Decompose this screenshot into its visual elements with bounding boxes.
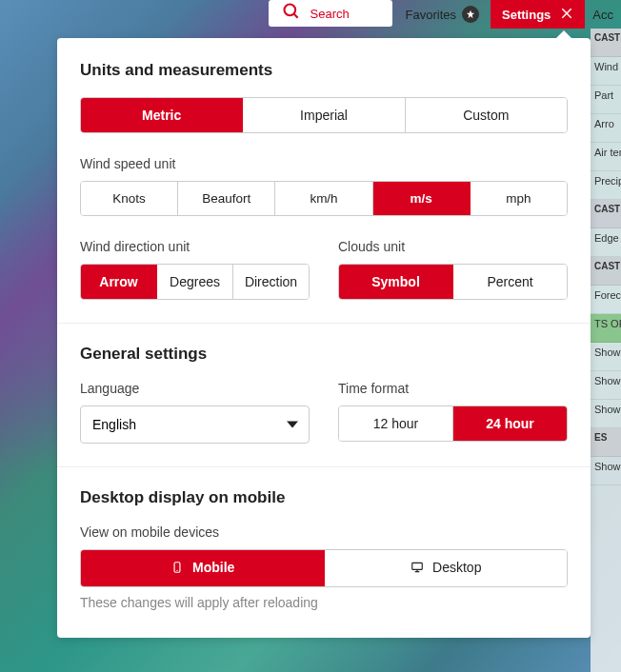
time-24hour[interactable]: 24 hour <box>453 406 567 441</box>
general-section-title: General settings <box>80 345 568 364</box>
wind-dir-direction[interactable]: Direction <box>233 265 309 299</box>
language-label: Language <box>80 381 310 396</box>
time-format-group: 12 hour 24 hour <box>338 405 568 442</box>
time-12hour[interactable]: 12 hour <box>339 406 453 441</box>
language-select[interactable]: English <box>80 405 310 444</box>
view-desktop[interactable]: Desktop <box>325 550 568 586</box>
time-format-label: Time format <box>338 381 568 396</box>
side-item: CAST <box>591 257 621 286</box>
side-item: Part <box>591 86 621 114</box>
settings-scroll[interactable]: Units and measurements Metric Imperial C… <box>57 38 591 638</box>
star-badge-icon <box>462 6 479 23</box>
side-item: CAST <box>591 29 621 57</box>
side-item: Precip <box>591 171 621 200</box>
svg-point-0 <box>284 5 295 16</box>
svg-rect-7 <box>412 563 423 569</box>
side-item: TS OF <box>591 314 621 343</box>
wind-speed-mph[interactable]: mph <box>471 182 567 215</box>
wind-speed-label: Wind speed unit <box>80 156 568 171</box>
search-icon <box>282 2 301 25</box>
wind-speed-ms[interactable]: m/s <box>373 182 471 215</box>
mobile-view-label: View on mobile devices <box>80 524 568 540</box>
side-item: Show <box>591 457 621 485</box>
search-box[interactable]: Search <box>269 0 392 27</box>
view-mobile[interactable]: Mobile <box>81 550 325 586</box>
unit-system-imperial[interactable]: Imperial <box>243 98 405 132</box>
settings-label: Settings <box>502 8 551 22</box>
units-section-title: Units and measurements <box>80 61 568 80</box>
wind-speed-beaufort[interactable]: Beaufort <box>178 182 275 215</box>
settings-panel: Units and measurements Metric Imperial C… <box>57 38 591 638</box>
side-item: Show <box>591 400 621 428</box>
wind-speed-group: Knots Beaufort km/h m/s mph <box>80 181 568 216</box>
svg-line-1 <box>293 14 297 18</box>
wind-direction-label: Wind direction unit <box>80 239 310 254</box>
account-tab[interactable]: Acc <box>585 0 621 29</box>
search-placeholder: Search <box>310 7 350 21</box>
wind-dir-arrow[interactable]: Arrow <box>81 265 157 299</box>
side-item: Arro <box>591 114 621 143</box>
clouds-percent[interactable]: Percent <box>453 265 567 299</box>
unit-system-custom[interactable]: Custom <box>406 98 567 132</box>
wind-direction-group: Arrow Degrees Direction <box>80 264 310 300</box>
close-icon[interactable] <box>560 7 573 23</box>
mobile-view-group: Mobile Desktop <box>80 549 568 587</box>
top-navigation: Search Favorites Settings Acc <box>0 0 621 29</box>
favorites-tab[interactable]: Favorites <box>394 0 491 29</box>
unit-system-group: Metric Imperial Custom <box>80 97 568 133</box>
desktop-icon <box>410 561 425 577</box>
mobile-icon <box>170 561 185 577</box>
background-sidebar: CAST Wind s Part Arro Air ten Precip CAS… <box>591 29 621 672</box>
side-item: Show <box>591 343 621 371</box>
side-item: Wind s <box>591 57 621 86</box>
wind-dir-degrees[interactable]: Degrees <box>157 265 233 299</box>
side-item: CAST <box>591 200 621 228</box>
clouds-group: Symbol Percent <box>338 264 568 300</box>
favorites-label: Favorites <box>406 8 456 22</box>
wind-speed-knots[interactable]: Knots <box>81 182 178 215</box>
side-item: ES <box>591 428 621 457</box>
panel-pointer <box>556 30 571 38</box>
divider <box>57 323 591 324</box>
settings-tab[interactable]: Settings <box>491 0 585 29</box>
reload-hint: These changes will apply after reloading <box>80 595 568 610</box>
wind-speed-kmh[interactable]: km/h <box>275 182 372 215</box>
clouds-symbol[interactable]: Symbol <box>339 265 453 299</box>
side-item: Edge <box>591 228 621 257</box>
side-item: Foreca <box>591 286 621 314</box>
svg-marker-2 <box>467 10 474 18</box>
desktop-mobile-title: Desktop display on mobile <box>80 488 568 507</box>
side-item: Air ten <box>591 143 621 171</box>
unit-system-metric[interactable]: Metric <box>81 98 243 132</box>
clouds-label: Clouds unit <box>338 239 568 254</box>
side-item: Show <box>591 371 621 400</box>
divider <box>57 466 591 467</box>
